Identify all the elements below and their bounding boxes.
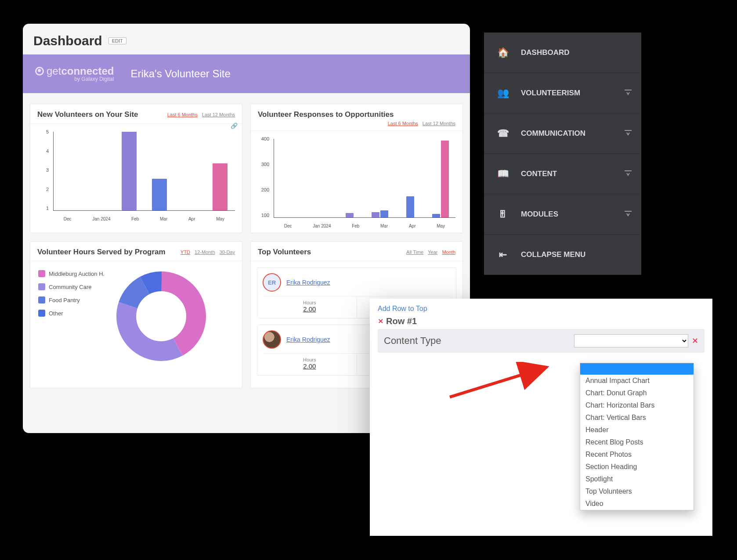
logo-text-primary: get bbox=[47, 65, 61, 77]
people-icon: 👥 bbox=[495, 87, 510, 99]
swatch-icon bbox=[38, 270, 45, 277]
legend-label: Food Pantry bbox=[49, 297, 80, 303]
book-icon: 📖 bbox=[495, 168, 510, 180]
dropdown-option[interactable]: Recent Blog Posts bbox=[580, 436, 694, 448]
home-icon: 🏠 bbox=[495, 47, 510, 58]
bar bbox=[346, 213, 354, 217]
volunteer-name-link[interactable]: Erika Rodriguez bbox=[286, 336, 330, 343]
range-all-time[interactable]: All Time bbox=[406, 249, 423, 255]
range-year[interactable]: Year bbox=[428, 249, 437, 255]
edit-button[interactable]: EDIT bbox=[108, 37, 126, 44]
chart-new-volunteers: 54321DecJan 2024FebMarAprMay bbox=[35, 129, 238, 221]
bar bbox=[441, 141, 449, 217]
legend-item[interactable]: Other bbox=[38, 310, 105, 317]
legend-item[interactable]: Middleburg Auction H. bbox=[38, 270, 105, 277]
stat-hours[interactable]: 2.00 bbox=[263, 362, 357, 370]
content-type-popup: Add Row to Top ✕ Row #1 Content Type ✕ A… bbox=[370, 299, 712, 536]
stat-hours[interactable]: 2.00 bbox=[263, 305, 357, 313]
swatch-icon bbox=[38, 310, 45, 317]
logo-text-secondary: connected bbox=[61, 65, 114, 77]
dropdown-option[interactable]: Chart: Donut Graph bbox=[580, 387, 694, 399]
legend-label: Community Care bbox=[49, 284, 92, 290]
avatar[interactable]: ER bbox=[263, 273, 281, 292]
legend-label: Middleburg Auction H. bbox=[49, 271, 105, 277]
swatch-icon bbox=[38, 296, 45, 303]
range-last-6-months[interactable]: Last 6 Months bbox=[388, 121, 418, 126]
bar bbox=[380, 210, 388, 217]
bar bbox=[152, 179, 167, 210]
content-type-header: Content Type ✕ bbox=[378, 329, 704, 353]
dashboard-header: Dashboard EDIT bbox=[23, 24, 470, 54]
range-last-12-months[interactable]: Last 12 Months bbox=[202, 112, 235, 117]
swatch-icon bbox=[38, 283, 45, 290]
bar bbox=[432, 214, 440, 217]
sidebar-item-label: DASHBOARD bbox=[521, 48, 570, 57]
sidebar-item-collapse menu[interactable]: ⇤ COLLAPSE MENU bbox=[484, 235, 641, 275]
page-title: Dashboard bbox=[33, 33, 102, 48]
logo-icon bbox=[35, 67, 44, 76]
range-30-day[interactable]: 30-Day bbox=[220, 249, 235, 255]
legend-item[interactable]: Community Care bbox=[38, 283, 105, 290]
sidebar-item-label: COMMUNICATION bbox=[521, 129, 585, 138]
content-type-dropdown: Annual Impact ChartChart: Donut GraphCha… bbox=[580, 363, 694, 510]
dropdown-option[interactable]: Chart: Horizontal Bars bbox=[580, 399, 694, 412]
expand-icon bbox=[625, 210, 632, 218]
dropdown-option[interactable]: Annual Impact Chart bbox=[580, 375, 694, 387]
sidebar-item-dashboard[interactable]: 🏠 DASHBOARD bbox=[484, 33, 641, 73]
close-icon[interactable]: ✕ bbox=[692, 336, 698, 346]
logo-byline: by Galaxy Digital bbox=[35, 76, 114, 82]
dropdown-option[interactable]: Header bbox=[580, 424, 694, 436]
volunteer-name-link[interactable]: Erika Rodriguez bbox=[286, 279, 330, 286]
row-title: Row #1 bbox=[386, 316, 417, 326]
dropdown-option[interactable]: Section Heading bbox=[580, 461, 694, 473]
bar bbox=[213, 163, 228, 210]
range-month[interactable]: Month bbox=[442, 249, 455, 255]
legend-label: Other bbox=[49, 310, 63, 317]
content-type-label: Content Type bbox=[384, 335, 441, 347]
add-row-link[interactable]: Add Row to Top bbox=[378, 305, 427, 312]
sidebar-item-label: VOLUNTEERISM bbox=[521, 89, 580, 98]
sidebar-item-modules[interactable]: 🎚 MODULES bbox=[484, 194, 641, 235]
sidebar-item-label: CONTENT bbox=[521, 170, 557, 178]
dropdown-option[interactable]: Chart: Vertical Bars bbox=[580, 412, 694, 424]
expand-icon bbox=[625, 170, 632, 177]
stat-label: Hours bbox=[263, 300, 357, 305]
card-title: Volunteer Responses to Opportunities bbox=[258, 110, 394, 119]
dropdown-option[interactable]: Video bbox=[580, 498, 694, 510]
dropdown-option[interactable]: Top Volunteers bbox=[580, 485, 694, 498]
dropdown-option[interactable]: Recent Photos bbox=[580, 448, 694, 461]
bar bbox=[406, 196, 414, 217]
bar bbox=[372, 212, 379, 217]
range-12-month[interactable]: 12-Month bbox=[195, 249, 215, 255]
card-hours-by-program: Volunteer Hours Served by Program YTD 12… bbox=[30, 241, 242, 388]
stat-label: Hours bbox=[263, 357, 357, 362]
donut-legend: Middleburg Auction H. Community Care Foo… bbox=[38, 270, 105, 362]
site-title: Erika's Volunteer Site bbox=[130, 68, 230, 80]
content-type-select[interactable] bbox=[574, 334, 688, 347]
remove-row-button[interactable]: ✕ bbox=[378, 317, 383, 325]
dropdown-selected-blank[interactable] bbox=[580, 363, 694, 375]
range-last-6-months[interactable]: Last 6 Months bbox=[167, 112, 198, 117]
sliders-icon: 🎚 bbox=[495, 209, 510, 220]
expand-icon bbox=[625, 89, 632, 97]
hero-banner: getconnected by Galaxy Digital Erika's V… bbox=[23, 54, 470, 93]
avatar[interactable] bbox=[263, 330, 281, 349]
dropdown-option[interactable]: Spotlight bbox=[580, 473, 694, 485]
sidebar-item-content[interactable]: 📖 CONTENT bbox=[484, 154, 641, 194]
legend-item[interactable]: Food Pantry bbox=[38, 296, 105, 303]
range-last-12-months[interactable]: Last 12 Months bbox=[423, 121, 455, 126]
chart-responses: 400300200100DecJan 2024FebMarAprMay bbox=[255, 136, 458, 228]
bar bbox=[122, 132, 137, 210]
phone-icon: ☎ bbox=[495, 128, 510, 139]
card-title: Volunteer Hours Served by Program bbox=[37, 248, 166, 257]
card-new-volunteers: New Volunteers on Your Site Last 6 Month… bbox=[30, 104, 242, 233]
sidebar-item-volunteerism[interactable]: 👥 VOLUNTEERISM bbox=[484, 73, 641, 113]
collapse-icon: ⇤ bbox=[495, 249, 510, 260]
range-ytd[interactable]: YTD bbox=[181, 249, 190, 255]
card-title: New Volunteers on Your Site bbox=[37, 110, 138, 119]
sidebar-item-label: MODULES bbox=[521, 210, 558, 219]
card-title: Top Volunteers bbox=[258, 248, 311, 257]
card-responses: Volunteer Responses to Opportunities Las… bbox=[250, 104, 463, 233]
sidebar-item-communication[interactable]: ☎ COMMUNICATION bbox=[484, 113, 641, 154]
sidebar-nav: 🏠 DASHBOARD 👥 VOLUNTEERISM ☎ COMMUNICATI… bbox=[484, 33, 641, 275]
